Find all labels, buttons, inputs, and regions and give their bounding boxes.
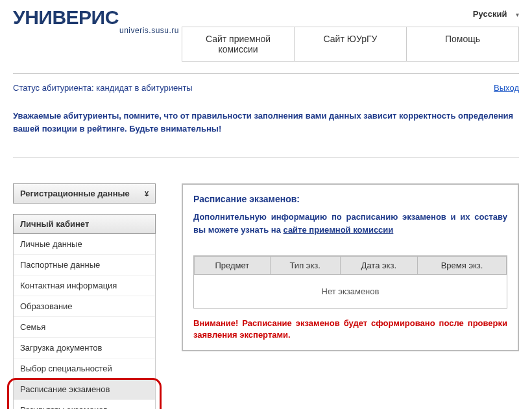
warning-text: Внимание! Расписание экзаменов будет сфо… xyxy=(193,318,507,341)
sidebar: Регистрационные данные ¥ Личный кабинет … xyxy=(13,183,156,409)
col-exam-date: Дата экз. xyxy=(340,257,418,275)
divider xyxy=(13,157,519,158)
no-exams-message: Нет экзаменов xyxy=(195,275,507,309)
chevron-down-icon: ▾ xyxy=(516,11,519,18)
sidebar-item-contact[interactable]: Контактная информация xyxy=(14,275,155,296)
sidebar-item-family[interactable]: Семья xyxy=(14,317,155,338)
registration-data-label: Регистрационные данные xyxy=(20,189,130,198)
col-subject: Предмет xyxy=(195,257,271,275)
logo-text: УНИВЕРИС xyxy=(13,6,182,29)
sidebar-item-personal[interactable]: Личные данные xyxy=(14,234,155,255)
language-selector[interactable]: Русский ▾ xyxy=(182,6,519,24)
registration-data-button[interactable]: Регистрационные данные ¥ xyxy=(13,183,156,204)
exam-schedule-panel: Расписание экзаменов: Дополнительную инф… xyxy=(182,183,519,351)
double-chevron-down-icon: ¥ xyxy=(145,190,149,198)
content-area: Расписание экзаменов: Дополнительную инф… xyxy=(182,183,519,409)
applicant-status: Статус абитуриента: кандидат в абитуриен… xyxy=(13,83,193,93)
panel-title: Расписание экзаменов: xyxy=(193,194,507,204)
logout-link[interactable]: Выход xyxy=(494,83,519,93)
exam-table: Предмет Тип экз. Дата экз. Время экз. Не… xyxy=(193,255,507,309)
sidebar-item-exam-schedule[interactable]: Расписание экзаменов xyxy=(14,379,155,400)
nav-susu-site[interactable]: Сайт ЮУрГУ xyxy=(295,27,407,61)
sidebar-item-specialties[interactable]: Выбор специальностей xyxy=(14,358,155,379)
sidebar-menu: Личные данные Паспортные данные Контактн… xyxy=(13,234,156,409)
logo: УНИВЕРИС univeris.susu.ru xyxy=(13,6,182,35)
admissions-site-link[interactable]: сайте приемной комиссии xyxy=(284,225,394,235)
sidebar-item-education[interactable]: Образование xyxy=(14,296,155,317)
main-nav: Сайт приемной комиссии Сайт ЮУрГУ Помощь xyxy=(182,27,519,62)
nav-admissions-site[interactable]: Сайт приемной комиссии xyxy=(182,27,295,61)
notice-text: Уважаемые абитуриенты, помните, что от п… xyxy=(13,100,519,137)
sidebar-menu-header: Личный кабинет xyxy=(13,214,156,234)
panel-info: Дополнительную информацию по расписанию … xyxy=(193,211,507,236)
sidebar-item-passport[interactable]: Паспортные данные xyxy=(14,255,155,275)
sidebar-item-documents[interactable]: Загрузка документов xyxy=(14,338,155,358)
sidebar-item-exam-results[interactable]: Результаты экзаменов xyxy=(14,400,155,409)
language-label: Русский xyxy=(473,9,507,19)
nav-help[interactable]: Помощь xyxy=(407,27,518,61)
divider xyxy=(13,73,519,74)
col-exam-type: Тип экз. xyxy=(270,257,340,275)
col-exam-time: Время экз. xyxy=(418,257,507,275)
